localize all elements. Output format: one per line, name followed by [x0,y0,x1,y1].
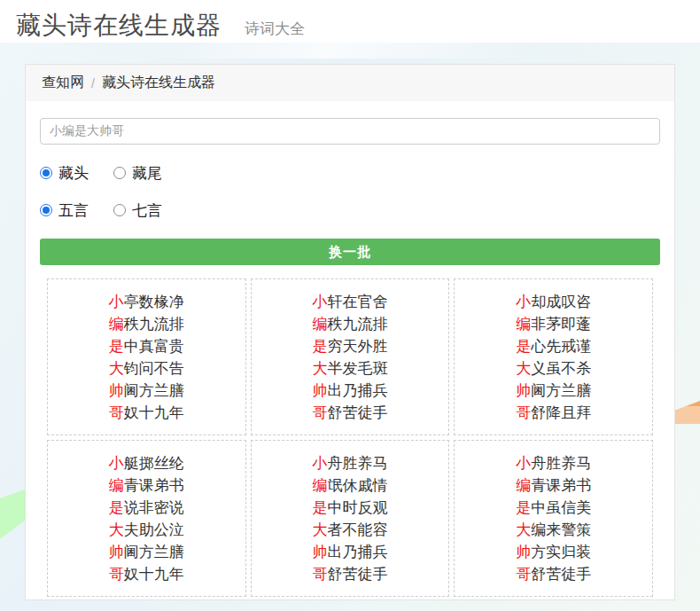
poem-line-rest: 者不能容 [327,521,387,538]
poem-card: 小舟胜养马编青课弟书是中虽信美大编来警策帅方实归装哥舒苦徒手 [454,440,653,597]
acrostic-char: 大 [109,360,124,377]
acrostic-char: 是 [312,499,327,516]
page-title: 藏头诗在线生成器 [16,9,222,43]
acrostic-char: 编 [516,316,531,333]
acrostic-char: 编 [312,477,327,494]
radio-icon [40,167,52,179]
acrostic-char: 帅 [516,382,531,399]
acrostic-char: 帅 [312,382,327,399]
acrostic-char: 哥 [312,404,327,421]
keyword-input[interactable] [40,118,660,145]
poem-line-rest: 氓休戚情 [327,477,387,494]
poem-line: 哥舒苦徒手 [312,402,387,424]
poem-line: 大者不能容 [312,519,387,541]
radio-label: 藏尾 [132,163,162,184]
poem-line-rest: 舒苦徒手 [531,566,591,583]
radio-seven-char[interactable]: 七言 [113,200,162,221]
poem-line: 小舟胜养马 [516,452,591,474]
poem-line-rest: 义虽不杀 [531,360,591,377]
poem-card: 小艇掷丝纶编青课弟书是说非密说大夫助公泣帅阃方兰膳哥奴十九年 [47,440,246,597]
acrostic-char: 哥 [109,404,124,421]
poem-line-rest: 中虽信美 [531,499,591,516]
breadcrumb-site-link[interactable]: 查知网 [42,74,84,92]
acrostic-char: 帅 [109,382,124,399]
poem-line: 小亭数椽净 [109,291,184,313]
poem-line: 是心先戒谨 [516,335,591,357]
acrostic-char: 大 [312,360,327,377]
poem-line: 编青课弟书 [109,474,184,497]
poem-line: 帅阃方兰膳 [516,380,591,402]
radio-icon [113,204,126,216]
poem-line-rest: 奴十九年 [124,566,184,583]
acrostic-char: 是 [516,338,531,355]
poem-line: 是说非密说 [109,497,184,519]
radio-icon [113,167,126,179]
poem-card: 小舟胜养马编氓休戚情是中时反观大者不能容帅出乃捕兵哥舒苦徒手 [251,440,450,597]
radio-label: 五言 [58,200,89,221]
poem-line-rest: 舒苦徒手 [327,404,387,421]
poem-line: 是中真富贵 [109,335,184,357]
poem-line: 编非茅即蓬 [516,313,591,335]
poem-line: 大钧问不告 [109,357,184,380]
poem-line-rest: 阃方兰膳 [124,382,184,399]
radio-hide-tail[interactable]: 藏尾 [113,163,162,184]
poem-line: 哥奴十九年 [109,563,184,585]
radio-hide-head[interactable]: 藏头 [40,163,89,184]
poem-line-rest: 舒苦徒手 [327,566,387,583]
poem-line: 小舟胜养马 [312,452,387,474]
acrostic-char: 是 [516,499,531,516]
page-header: 藏头诗在线生成器 诗词大全 [0,0,700,43]
poem-line: 编秩九流排 [312,313,387,335]
poem-line: 是穷天外胜 [312,335,387,357]
refresh-button[interactable]: 换一批 [40,239,660,265]
poem-line-rest: 钧问不告 [124,360,184,377]
radio-five-char[interactable]: 五言 [40,200,89,221]
poem-line-rest: 心先戒谨 [531,338,591,355]
poem-line-rest: 轩在官舍 [327,294,387,310]
acrostic-char: 大 [109,521,124,538]
main-card: 查知网 / 藏头诗在线生成器 藏头 藏尾 五言 七言 换 [25,64,675,600]
poem-line: 哥舒苦徒手 [312,563,387,585]
line-mode-radio-group: 五言 七言 [40,201,660,219]
poem-line: 编秩九流排 [109,313,184,335]
poem-line: 大夫助公泣 [109,519,184,541]
poem-line-rest: 中时反观 [327,499,387,516]
acrostic-char: 编 [312,316,327,333]
acrostic-char: 是 [312,338,327,355]
poem-card: 小亭数椽净编秩九流排是中真富贵大钧问不告帅阃方兰膳哥奴十九年 [47,278,246,435]
poem-line: 帅出乃捕兵 [312,541,387,563]
acrostic-char: 是 [109,338,124,355]
poem-line-rest: 出乃捕兵 [327,544,387,560]
acrostic-char: 小 [109,294,124,310]
poem-line: 是中虽信美 [516,497,591,519]
acrostic-char: 小 [312,294,327,310]
poem-line-rest: 中真富贵 [124,338,184,355]
poem-line-rest: 阃方兰膳 [531,382,591,399]
poem-grid: 小亭数椽净编秩九流排是中真富贵大钧问不告帅阃方兰膳哥奴十九年小轩在官舍编秩九流排… [47,278,653,597]
acrostic-char: 编 [516,477,531,494]
poem-line: 小却成叹咨 [516,291,591,313]
acrostic-char: 哥 [312,566,327,583]
poem-line: 帅出乃捕兵 [312,380,387,402]
poem-line-rest: 舟胜养马 [327,455,387,472]
acrostic-char: 哥 [516,404,531,421]
breadcrumb-current: 藏头诗在线生成器 [102,74,215,92]
poem-line-rest: 亭数椽净 [124,294,184,310]
poem-line: 编氓休戚情 [312,474,387,497]
poem-line: 哥奴十九年 [109,402,184,424]
poem-line-rest: 秩九流排 [327,316,387,333]
poem-line-rest: 青课弟书 [531,477,591,494]
poem-line-rest: 却成叹咨 [531,294,591,310]
poem-line: 是中时反观 [312,497,387,519]
poem-line-rest: 穷天外胜 [327,338,387,355]
poem-line: 帅阃方兰膳 [109,541,184,563]
poem-line: 帅方实归装 [516,541,591,563]
acrostic-char: 帅 [109,544,124,560]
poem-line-rest: 非茅即蓬 [531,316,591,333]
page-subtitle: 诗词大全 [245,19,305,39]
poem-line-rest: 青课弟书 [124,477,184,494]
acrostic-char: 是 [109,499,124,516]
poem-line: 哥舒降且拜 [516,402,591,424]
poem-line-rest: 舟胜养马 [531,455,591,472]
form-content: 藏头 藏尾 五言 七言 换一批 小亭数椽净编秩九流排是中真富贵大钧问不告帅阃方兰… [26,118,674,597]
